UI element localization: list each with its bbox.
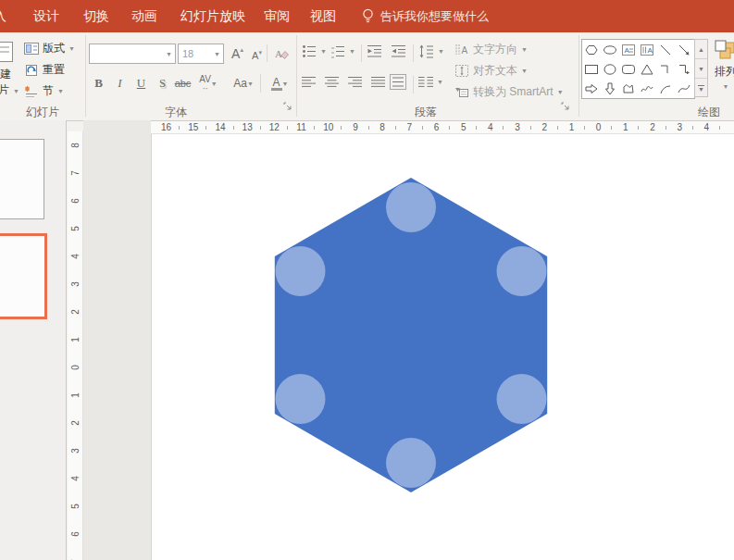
- gallery-shape-down-arrow[interactable]: [601, 79, 619, 98]
- layout-button[interactable]: 版式 ▼: [24, 41, 75, 56]
- convert-smartart-label: 转换为 SmartArt: [473, 84, 554, 100]
- ribbon-tab-bar: 入 设计 切换 动画 幻灯片放映 审阅 视图 告诉我你想要做什么: [0, 0, 734, 32]
- tab-review[interactable]: 审阅: [264, 0, 290, 32]
- change-case-button[interactable]: Aa ▼: [230, 74, 257, 93]
- align-right-button[interactable]: [348, 76, 363, 88]
- ruler-number: 1: [68, 388, 83, 403]
- tab-view[interactable]: 视图: [310, 0, 336, 32]
- convert-smartart-button[interactable]: 转换为 SmartArt ▼: [454, 84, 564, 100]
- gallery-scroll-down-button[interactable]: ▼: [695, 59, 707, 79]
- gallery-shape-arc[interactable]: [656, 79, 675, 98]
- columns-button[interactable]: ▼: [418, 76, 443, 88]
- text-direction-button[interactable]: A 文字方向 ▼: [454, 42, 528, 57]
- align-text-button[interactable]: 对齐文本 ▼: [454, 63, 528, 79]
- clear-formatting-button[interactable]: A: [271, 44, 291, 63]
- ruler-number: 6: [68, 193, 83, 208]
- arc-shape-icon: [658, 81, 673, 96]
- ruler-number: 2: [68, 416, 83, 430]
- align-text-icon: [454, 64, 469, 78]
- gallery-shape-curve[interactable]: [675, 79, 693, 98]
- distribute-text-button[interactable]: [390, 74, 406, 90]
- gallery-shape-line[interactable]: [656, 40, 675, 59]
- shapes-gallery-scrollbar: ▲ ▼ ▼: [694, 39, 708, 97]
- ruler-number: 8: [369, 121, 396, 133]
- slide-canvas[interactable]: [151, 134, 734, 560]
- align-left-button[interactable]: [302, 76, 317, 88]
- underline-button[interactable]: U: [131, 74, 151, 93]
- ruler-number: 4: [693, 121, 720, 133]
- ruler-number: 5: [68, 221, 83, 236]
- grow-font-button[interactable]: A ▴: [228, 44, 247, 63]
- arrange-button[interactable]: 排列 ▼: [710, 40, 734, 106]
- reset-icon: [24, 64, 39, 77]
- vertical-textbox-shape-icon: A: [640, 43, 654, 57]
- character-spacing-button[interactable]: AV ↔ ▼: [196, 74, 220, 93]
- ruler-number: 3: [68, 443, 83, 458]
- elbow-connector-shape-icon: [658, 62, 673, 77]
- slide-thumbnail-2-selected[interactable]: [0, 233, 47, 319]
- bold-button[interactable]: B: [89, 74, 108, 93]
- hexagon-shape[interactable]: [254, 178, 568, 492]
- tab-insert-partial[interactable]: 入: [0, 0, 6, 32]
- gallery-shape-ellipse[interactable]: [601, 40, 619, 59]
- new-slide-label-1: 建: [0, 67, 11, 82]
- decrease-indent-button[interactable]: [367, 44, 382, 58]
- strikethrough-button[interactable]: abc: [173, 74, 193, 93]
- align-center-icon: [325, 76, 340, 88]
- powerpoint-window: 入 设计 切换 动画 幻灯片放映 审阅 视图 告诉我你想要做什么 建 片 ▼: [0, 0, 734, 560]
- increase-indent-button[interactable]: [391, 44, 406, 58]
- gallery-shape-right-arrow[interactable]: [582, 79, 601, 98]
- paragraph-dialog-launcher[interactable]: [561, 102, 570, 111]
- reset-button[interactable]: 重置: [24, 62, 65, 78]
- gallery-shape-hexagon[interactable]: [582, 40, 601, 59]
- gallery-shape-elbow-arrow-connector[interactable]: [675, 59, 693, 79]
- tab-animations[interactable]: 动画: [131, 0, 157, 32]
- text-shadow-button[interactable]: S: [153, 74, 172, 93]
- gallery-shape-vertical-textbox[interactable]: A: [638, 40, 656, 59]
- chevron-down-icon[interactable]: ▼: [211, 51, 223, 57]
- gallery-shape-freeform[interactable]: [619, 79, 638, 98]
- strikethrough-label: abc: [175, 78, 192, 89]
- align-center-button[interactable]: [325, 76, 340, 88]
- gallery-more-button[interactable]: ▼: [695, 79, 707, 97]
- gallery-shape-textbox[interactable]: A: [619, 40, 638, 59]
- bullets-button[interactable]: ▼: [302, 44, 327, 58]
- font-name-combobox[interactable]: ▼: [89, 44, 176, 64]
- mini-separator: [267, 44, 267, 62]
- font-dialog-launcher[interactable]: [283, 102, 292, 111]
- tab-slideshow[interactable]: 幻灯片放映: [180, 0, 245, 32]
- gallery-shape-rounded-rectangle[interactable]: [619, 59, 638, 79]
- ruler-number: 2: [68, 305, 83, 319]
- gallery-scroll-up-button[interactable]: ▲: [695, 40, 707, 59]
- italic-button[interactable]: I: [110, 74, 130, 93]
- section-button[interactable]: 节 ▼: [24, 83, 64, 99]
- tab-design[interactable]: 设计: [33, 0, 59, 32]
- gallery-shape-oval[interactable]: [601, 59, 619, 79]
- slides-group-label: 幻灯片: [7, 105, 78, 120]
- tell-me-box[interactable]: 告诉我你想要做什么: [362, 0, 489, 32]
- tab-transitions[interactable]: 切换: [83, 0, 109, 32]
- slide-thumbnail-1[interactable]: [0, 139, 44, 219]
- slide-thumbnail-panel: [0, 120, 67, 560]
- gallery-shape-arrow[interactable]: [675, 40, 693, 59]
- gallery-shape-rectangle[interactable]: [582, 59, 601, 79]
- hexagon-shape-icon: [584, 43, 599, 57]
- gallery-shape-elbow-connector[interactable]: [656, 59, 675, 79]
- ruler-number: 3: [666, 121, 693, 133]
- numbering-button[interactable]: ▼: [330, 44, 355, 58]
- shrink-font-button[interactable]: A ▾: [247, 46, 267, 65]
- font-size-value: 18: [179, 48, 211, 59]
- gallery-shape-scribble[interactable]: [638, 79, 656, 98]
- align-left-icon: [302, 76, 317, 88]
- bullets-icon: [302, 44, 317, 58]
- line-spacing-button[interactable]: ▼: [418, 44, 444, 58]
- ruler-number: 5: [450, 121, 477, 133]
- mini-separator: [260, 74, 261, 93]
- font-color-button[interactable]: A ▼: [267, 74, 292, 93]
- layout-label: 版式: [43, 41, 65, 56]
- gallery-shape-triangle[interactable]: [638, 59, 656, 79]
- font-size-combobox[interactable]: 18 ▼: [178, 44, 224, 64]
- justify-button[interactable]: [371, 76, 386, 88]
- font-group-label: 字体: [120, 105, 231, 120]
- chevron-down-icon[interactable]: ▼: [163, 51, 175, 57]
